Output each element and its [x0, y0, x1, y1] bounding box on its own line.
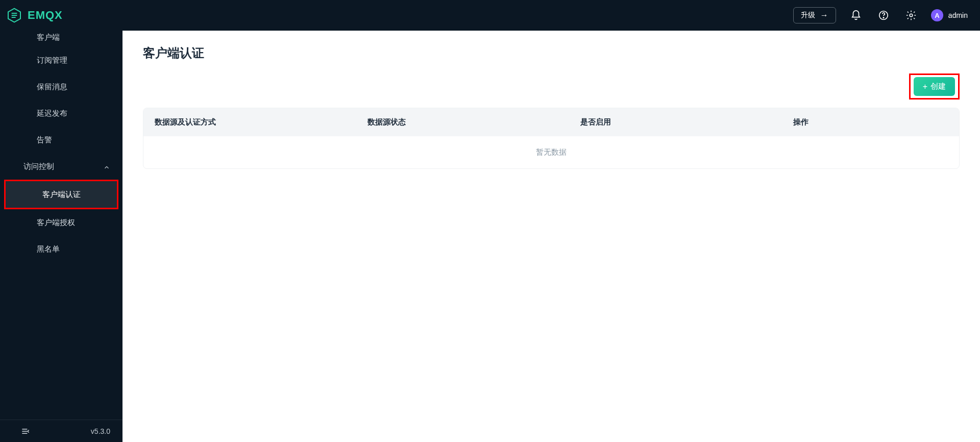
column-header-actions: 操作: [782, 108, 959, 136]
upgrade-button[interactable]: 升级 →: [793, 7, 836, 23]
brand-logo-icon: [6, 7, 22, 23]
sidebar-item-authorization[interactable]: 客户端授权: [0, 209, 122, 236]
sidebar-item-retained[interactable]: 保留消息: [0, 73, 122, 100]
app-header: EMQX 升级 →: [0, 0, 980, 31]
sidebar-group-access-control[interactable]: 访问控制: [0, 153, 122, 180]
sidebar-item-blacklist[interactable]: 黑名单: [0, 236, 122, 262]
sidebar-item-label: 黑名单: [37, 244, 60, 254]
svg-point-6: [910, 14, 913, 17]
sidebar-group-label: 访问控制: [23, 162, 54, 171]
sidebar-item-label: 客户端: [37, 33, 60, 42]
sidebar-item-label: 延迟发布: [37, 109, 67, 118]
avatar: A: [931, 9, 943, 21]
sidebar-footer: v5.3.0: [0, 420, 122, 442]
help-icon: [878, 10, 889, 21]
sidebar: 客户端 订阅管理 保留消息 延迟发布 告警 访问控制: [0, 31, 122, 442]
gear-icon: [905, 10, 917, 21]
auth-table: 数据源及认证方式 数据源状态 是否启用 操作 暂无数据: [143, 108, 960, 169]
sidebar-item-label: 订阅管理: [37, 56, 67, 65]
sidebar-item-subscriptions[interactable]: 订阅管理: [0, 47, 122, 73]
chevron-down-icon: [103, 162, 110, 171]
column-header-status: 数据源状态: [356, 108, 569, 136]
sidebar-item-alarms[interactable]: 告警: [0, 127, 122, 153]
sidebar-item-label: 客户端授权: [37, 218, 75, 228]
create-button[interactable]: + 创建: [914, 77, 955, 96]
column-header-enabled: 是否启用: [569, 108, 782, 136]
main-content: 客户端认证 + 创建 数据源及认证方式 数据源状态 是否启用 操作 暂无数据: [122, 31, 980, 442]
brand-name: EMQX: [28, 9, 63, 22]
settings-button[interactable]: [903, 8, 919, 23]
header-actions: 升级 →: [793, 7, 968, 23]
svg-point-5: [883, 17, 884, 18]
page-title: 客户端认证: [143, 45, 960, 61]
upgrade-label: 升级: [801, 11, 815, 20]
arrow-right-icon: →: [820, 11, 828, 20]
create-label: 创建: [930, 82, 946, 91]
sidebar-item-delayed[interactable]: 延迟发布: [0, 100, 122, 127]
version-label: v5.3.0: [91, 427, 110, 435]
sidebar-item-label: 保留消息: [37, 82, 67, 92]
plus-icon: +: [923, 82, 927, 91]
user-name: admin: [948, 11, 968, 19]
sidebar-item-label: 客户端认证: [42, 190, 81, 200]
sidebar-nav: 客户端 订阅管理 保留消息 延迟发布 告警 访问控制: [0, 31, 122, 420]
annotation-highlight-create: + 创建: [909, 73, 960, 100]
user-menu[interactable]: A admin: [931, 9, 968, 21]
table-empty-state: 暂无数据: [143, 136, 959, 168]
table-header-row: 数据源及认证方式 数据源状态 是否启用 操作: [143, 108, 959, 136]
brand[interactable]: EMQX: [6, 7, 63, 23]
column-header-source: 数据源及认证方式: [143, 108, 356, 136]
annotation-highlight-sidebar: 客户端认证: [4, 180, 118, 209]
collapse-sidebar-button[interactable]: [20, 426, 31, 436]
sidebar-item-truncated[interactable]: 客户端: [0, 33, 122, 47]
sidebar-item-authentication[interactable]: 客户端认证: [6, 181, 117, 208]
toolbar: + 创建: [143, 73, 960, 100]
bell-icon: [850, 10, 862, 21]
sidebar-item-label: 告警: [37, 135, 52, 145]
notifications-button[interactable]: [848, 8, 864, 23]
help-button[interactable]: [876, 8, 891, 23]
